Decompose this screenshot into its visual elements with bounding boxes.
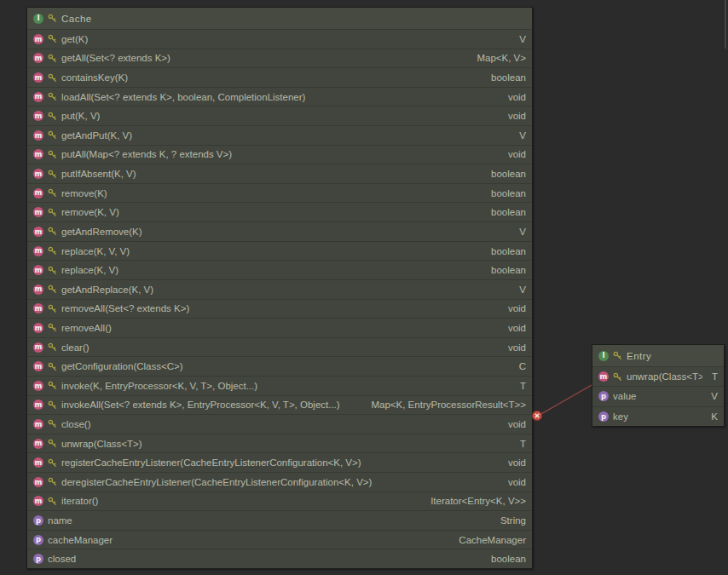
property-row[interactable]: p name String (27, 510, 532, 530)
method-row[interactable]: m unwrap(Class<T>) T (27, 434, 532, 453)
key-icon (48, 342, 57, 352)
method-row[interactable]: m putAll(Map<? extends K, ? extends V>) … (27, 145, 532, 164)
method-row[interactable]: m close() void (27, 414, 532, 434)
method-return-type: boolean (486, 188, 526, 198)
property-row[interactable]: p key K (592, 406, 724, 426)
method-row[interactable]: m replace(K, V) boolean (27, 260, 532, 279)
key-icon (48, 246, 57, 256)
key-icon (48, 304, 57, 313)
method-row[interactable]: m loadAll(Set<? extends K>, boolean, Com… (27, 87, 532, 106)
key-icon (48, 266, 57, 275)
method-row[interactable]: m clear() void (27, 337, 532, 357)
method-row[interactable]: m getAndRemove(K) V (27, 221, 532, 241)
method-icon: m (33, 53, 43, 63)
method-name: containsKey(K) (61, 72, 128, 83)
method-name: putIfAbsent(K, V) (61, 169, 136, 179)
property-type: K (706, 411, 718, 422)
method-row[interactable]: m getAll(Set<? extends K>) Map<K, V> (27, 49, 532, 68)
method-return-type: void (503, 477, 526, 487)
method-icon: m (33, 149, 43, 159)
method-icon: m (33, 72, 43, 83)
node-title: Entry (627, 351, 651, 361)
key-icon (48, 73, 57, 83)
method-name: getConfiguration(Class<C>) (61, 361, 183, 371)
method-return-type: C (514, 361, 526, 371)
method-row[interactable]: m unwrap(Class<T>) T (592, 366, 724, 386)
method-row[interactable]: m invokeAll(Set<? extends K>, EntryProce… (27, 395, 532, 415)
key-icon (48, 362, 57, 371)
method-icon: m (33, 285, 43, 295)
method-icon: m (33, 323, 43, 333)
method-row[interactable]: m putIfAbsent(K, V) boolean (27, 164, 532, 183)
uml-diagram-canvas[interactable]: I Cache m (0, 0, 728, 575)
key-icon (48, 497, 57, 506)
method-return-type: void (503, 92, 526, 102)
key-icon (48, 112, 57, 121)
property-row[interactable]: p cacheManager CacheManager (27, 530, 532, 549)
method-return-type: V (514, 34, 526, 44)
key-icon (48, 208, 57, 217)
method-icon: m (33, 303, 43, 313)
method-row[interactable]: m removeAll(Set<? extends K>) void (27, 299, 532, 319)
method-icon: m (33, 381, 43, 391)
method-icon: m (33, 130, 43, 141)
scrollbar-thumb[interactable] (725, 0, 726, 49)
method-name: getAndPut(K, V) (61, 130, 132, 141)
method-row[interactable]: m removeAll() void (27, 318, 532, 337)
method-row[interactable]: m replace(K, V, V) boolean (27, 241, 532, 261)
method-icon: m (33, 477, 43, 487)
method-name: getAndReplace(K, V) (61, 285, 153, 295)
method-return-type: Iterator<Entry<K, V>> (425, 496, 526, 506)
method-name: loadAll(Set<? extends K>, boolean, Compl… (61, 92, 305, 102)
method-row[interactable]: m getConfiguration(Class<C>) C (27, 356, 532, 376)
method-row[interactable]: m getAndReplace(K, V) V (27, 279, 532, 299)
method-row[interactable]: m remove(K) boolean (27, 183, 532, 203)
key-icon (48, 227, 57, 236)
method-name: putAll(Map<? extends K, ? extends V>) (61, 149, 232, 159)
method-name: replace(K, V) (61, 265, 118, 275)
method-name: invokeAll(Set<? extends K>, EntryProcess… (61, 400, 340, 410)
property-row[interactable]: p value V (592, 386, 724, 405)
method-return-type: void (503, 303, 526, 313)
method-row[interactable]: m getAndPut(K, V) V (27, 125, 532, 145)
method-icon: m (33, 34, 43, 44)
key-icon (48, 323, 57, 332)
property-icon: p (33, 554, 43, 564)
property-type: boolean (486, 554, 526, 564)
method-return-type: Map<K, EntryProcessorResult<T>> (366, 400, 526, 410)
property-row[interactable]: p closed boolean (27, 549, 532, 568)
cache-node-header[interactable]: I Cache (27, 8, 532, 29)
method-name: invoke(K, EntryProcessor<K, V, T>, Objec… (61, 381, 257, 391)
method-return-type: void (503, 457, 526, 468)
method-row[interactable]: m iterator() Iterator<Entry<K, V>> (27, 492, 532, 511)
method-icon: m (598, 371, 609, 382)
method-row[interactable]: m containsKey(K) boolean (27, 67, 532, 87)
method-icon: m (33, 457, 43, 468)
method-row[interactable]: m registerCacheEntryListener(CacheEntryL… (27, 452, 532, 472)
method-icon: m (33, 207, 43, 217)
method-name: remove(K) (61, 188, 107, 198)
method-return-type: void (503, 419, 526, 429)
method-return-type: T (707, 371, 718, 382)
method-row[interactable]: m invoke(K, EntryProcessor<K, V, T>, Obj… (27, 376, 532, 395)
method-name: remove(K, V) (61, 207, 119, 217)
method-name: removeAll(Set<? extends K>) (61, 303, 189, 313)
method-row[interactable]: m get(K) V (27, 29, 532, 49)
entry-class-node[interactable]: I Entry m (592, 344, 725, 427)
method-return-type: Map<K, V> (471, 53, 526, 63)
method-name: close() (61, 419, 91, 429)
method-icon: m (33, 400, 43, 410)
entry-node-header[interactable]: I Entry (592, 345, 724, 366)
cache-class-node[interactable]: I Cache m (26, 7, 533, 569)
edge-collapse-badge[interactable] (532, 411, 541, 420)
method-row[interactable]: m remove(K, V) boolean (27, 202, 532, 221)
method-return-type: boolean (486, 265, 526, 275)
method-row[interactable]: m put(K, V) void (27, 106, 532, 125)
key-icon (48, 381, 57, 390)
method-name: getAll(Set<? extends K>) (61, 53, 170, 63)
key-icon (48, 285, 57, 294)
method-name: unwrap(Class<T>) (61, 439, 142, 449)
method-row[interactable]: m deregisterCacheEntryListener(CacheEntr… (27, 472, 532, 492)
method-icon: m (33, 246, 43, 256)
method-name: removeAll() (61, 323, 112, 333)
